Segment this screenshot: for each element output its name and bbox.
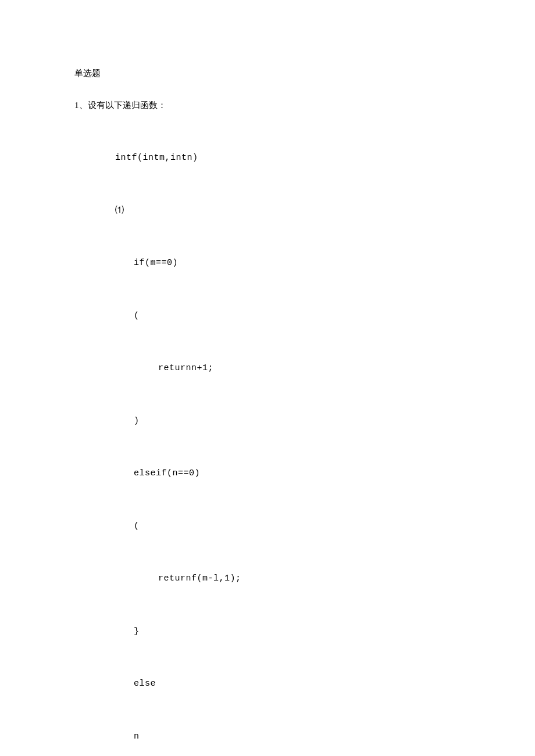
code-line: returnf(m-l,1); [74, 572, 461, 586]
document-page: 单选题 1、设有以下递归函数： intf(intm,intn) ⑴ if(m==… [0, 0, 535, 756]
code-line: elseif(n==0) [74, 467, 461, 481]
code-line: if(m==0) [74, 257, 461, 270]
code-line: n [74, 730, 461, 744]
code-line: ( [74, 520, 461, 533]
code-line: ( [74, 310, 461, 323]
q1-lead: 1、设有以下递归函数： [74, 99, 461, 112]
q1-code-block: intf(intm,intn) ⑴ if(m==0) ( returnn+1; … [74, 126, 461, 756]
section-title: 单选题 [74, 67, 461, 80]
code-line: } [74, 625, 461, 639]
code-line: else [74, 678, 461, 691]
code-line: intf(intm,intn) [74, 152, 461, 165]
code-line: ) [74, 415, 461, 428]
code-line: ⑴ [74, 205, 461, 218]
code-line: returnn+1; [74, 362, 461, 375]
